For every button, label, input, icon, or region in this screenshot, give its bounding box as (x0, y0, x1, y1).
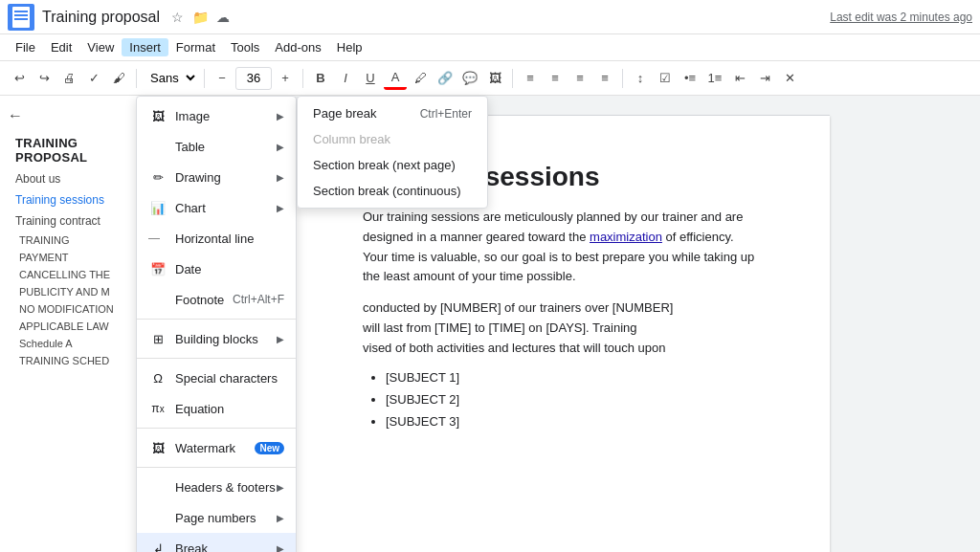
drawing-label: Drawing (175, 170, 277, 185)
date-label: Date (175, 262, 284, 276)
menu-item-table[interactable]: Table ▶ (137, 131, 296, 162)
sidebar-subitem-payment[interactable]: PAYMENT (0, 249, 143, 266)
sidebar-item-about[interactable]: About us (0, 168, 143, 189)
menu-tools[interactable]: Tools (223, 38, 267, 56)
menu-insert[interactable]: Insert (122, 38, 168, 56)
submenu-section-break-next[interactable]: Section break (next page) (298, 152, 487, 178)
font-size-input[interactable] (240, 71, 267, 85)
menu-item-drawing[interactable]: ✏ Drawing ▶ (137, 162, 296, 192)
menu-item-watermark[interactable]: 🖼 Watermark New (137, 432, 296, 463)
last-edit-label[interactable]: Last edit was 2 minutes ago (830, 11, 972, 24)
special-chars-label: Special characters (175, 371, 284, 386)
page-numbers-label: Page numbers (175, 511, 277, 525)
menu-view[interactable]: View (79, 38, 122, 56)
menu-item-chart[interactable]: 📊 Chart ▶ (137, 192, 296, 223)
menu-item-headers-footers[interactable]: Headers & footers ▶ (137, 472, 296, 502)
align-right-btn[interactable]: ≡ (568, 67, 591, 90)
sidebar-subitem-training-sched[interactable]: TRAINING SCHED (0, 352, 143, 369)
menu-item-break[interactable]: ↲ Break ▶ (137, 533, 296, 552)
cloud-icon[interactable]: ☁ (213, 8, 233, 27)
footnote-label: Footnote (175, 293, 233, 307)
sidebar-subitem-schedule-a[interactable]: Schedule A (0, 335, 143, 352)
increase-indent-btn[interactable]: ⇥ (753, 67, 776, 90)
doc-list: [SUBJECT 1] [SUBJECT 2] [SUBJECT 3] (363, 366, 761, 433)
font-selector[interactable]: Sans (143, 68, 198, 88)
back-arrow-icon: ← (8, 107, 23, 124)
font-size-box (235, 67, 272, 90)
menu-item-date[interactable]: 📅 Date (137, 254, 296, 284)
sidebar-subitem-cancelling[interactable]: CANCELLING THE (0, 266, 143, 283)
submenu-page-break[interactable]: Page break Ctrl+Enter (298, 100, 487, 126)
sidebar-item-training-contract[interactable]: Training contract (0, 210, 143, 232)
toolbar-sep-1 (136, 69, 137, 88)
align-center-btn[interactable]: ≡ (544, 67, 567, 90)
chart-icon: 📊 (148, 198, 167, 217)
print-btn[interactable]: 🖨 (57, 67, 80, 90)
star-icon[interactable]: ☆ (167, 8, 187, 27)
headers-footers-label: Headers & footers (175, 480, 277, 495)
bullet-list-btn[interactable]: •≡ (679, 67, 702, 90)
redo-btn[interactable]: ↪ (33, 67, 56, 90)
building-blocks-label: Building blocks (175, 332, 277, 346)
insert-comment-btn[interactable]: 💬 (458, 67, 481, 90)
menu-addons[interactable]: Add-ons (267, 38, 328, 56)
sidebar-doc-title: TRAININGPROPOSAL (0, 128, 143, 168)
submenu-column-break: Column break (298, 126, 487, 152)
undo-btn[interactable]: ↩ (8, 67, 31, 90)
footnote-icon (148, 290, 167, 309)
decrease-indent-btn[interactable]: ⇤ (728, 67, 751, 90)
font-size-decrease-btn[interactable]: − (211, 67, 234, 90)
clear-format-btn[interactable]: ✕ (778, 67, 801, 90)
menu-format[interactable]: Format (168, 38, 223, 56)
break-arrow-icon: ▶ (277, 543, 284, 553)
numbered-list-btn[interactable]: 1≡ (703, 67, 726, 90)
folder-icon[interactable]: 📁 (190, 8, 210, 27)
sidebar-subitem-law[interactable]: APPLICABLE LAW (0, 318, 143, 335)
horizontal-line-label: Horizontal line (175, 232, 284, 246)
break-icon: ↲ (148, 539, 167, 552)
menu-item-footnote[interactable]: Footnote Ctrl+Alt+F (137, 284, 296, 315)
toolbar-sep-5 (622, 69, 623, 88)
menu-item-image[interactable]: 🖼 Image ▶ (137, 100, 296, 131)
checklist-btn[interactable]: ☑ (654, 67, 677, 90)
menu-item-equation[interactable]: πx Equation (137, 393, 296, 424)
sidebar-subitem-nomod[interactable]: NO MODIFICATION (0, 300, 143, 318)
toolbar: ↩ ↪ 🖨 ✓ 🖌 Sans − + B I U A 🖊 🔗 💬 🖼 ≡ ≡ ≡… (0, 61, 980, 96)
page-break-label: Page break (313, 106, 377, 121)
line-spacing-btn[interactable]: ↕ (629, 67, 652, 90)
watermark-icon: 🖼 (148, 438, 167, 457)
doc-icon (8, 4, 34, 31)
menu-divider-2 (137, 358, 296, 359)
font-size-increase-btn[interactable]: + (274, 67, 297, 90)
menu-file[interactable]: File (8, 38, 43, 56)
toolbar-sep-2 (204, 69, 205, 88)
menu-item-building-blocks[interactable]: ⊞ Building blocks ▶ (137, 323, 296, 354)
font-color-btn[interactable]: A (384, 67, 407, 90)
align-left-btn[interactable]: ≡ (519, 67, 542, 90)
link-btn[interactable]: 🔗 (434, 67, 457, 90)
sidebar-item-training-sessions[interactable]: Training sessions (0, 189, 143, 210)
spellcheck-btn[interactable]: ✓ (82, 67, 105, 90)
align-justify-btn[interactable]: ≡ (593, 67, 616, 90)
menu-item-special-chars[interactable]: Ω Special characters (137, 363, 296, 393)
underline-btn[interactable]: U (359, 67, 382, 90)
sidebar-back-btn[interactable]: ← (0, 103, 143, 128)
footnote-shortcut: Ctrl+Alt+F (233, 293, 284, 306)
doc-link-maximization[interactable]: maximization (590, 230, 662, 244)
bold-btn[interactable]: B (309, 67, 332, 90)
submenu-section-break-cont[interactable]: Section break (continuous) (298, 178, 487, 204)
insert-image-btn[interactable]: 🖼 (483, 67, 506, 90)
headers-footers-arrow-icon: ▶ (277, 482, 284, 493)
page-numbers-arrow-icon: ▶ (277, 513, 284, 523)
menu-item-page-numbers[interactable]: Page numbers ▶ (137, 502, 296, 533)
paint-format-btn[interactable]: 🖌 (107, 67, 130, 90)
menu-item-horizontal-line[interactable]: Horizontal line (137, 223, 296, 254)
new-badge: New (255, 442, 284, 454)
highlight-btn[interactable]: 🖊 (409, 67, 432, 90)
sidebar-subitem-publicity[interactable]: PUBLICITY AND M (0, 283, 143, 300)
italic-btn[interactable]: I (334, 67, 357, 90)
sidebar-subitem-training[interactable]: TRAINING (0, 232, 143, 249)
menu-edit[interactable]: Edit (43, 38, 79, 56)
toolbar-sep-4 (512, 69, 513, 88)
menu-help[interactable]: Help (329, 38, 370, 56)
